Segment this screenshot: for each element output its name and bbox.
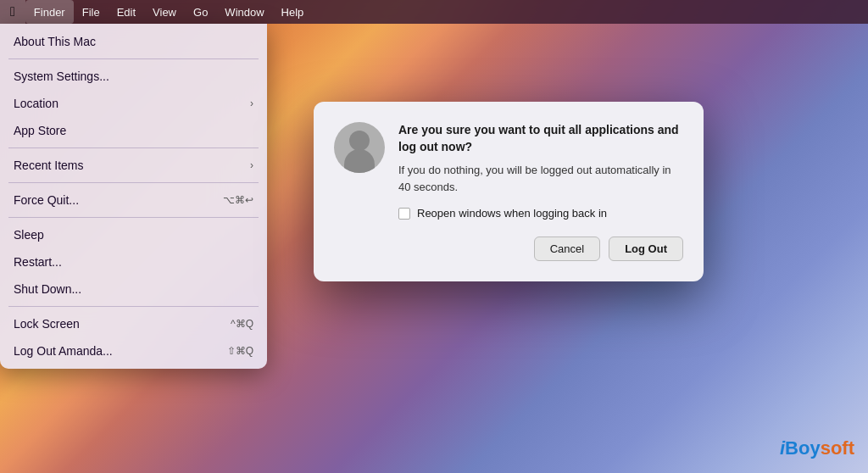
watermark-soft: soft	[821, 437, 854, 459]
dialog-text-area: Are you sure you want to quit all applic…	[398, 122, 683, 261]
menu-item-restart-label: Restart...	[14, 255, 62, 269]
menu-item-recent-items[interactable]: Recent Items ›	[0, 152, 267, 179]
dialog-title: Are you sure you want to quit all applic…	[398, 122, 683, 155]
log-out-shortcut: ⇧⌘Q	[227, 345, 253, 357]
menu-item-location-label: Location	[14, 97, 58, 110]
force-quit-shortcut: ⌥⌘↩	[223, 194, 253, 206]
menu-item-system-settings-label: System Settings...	[14, 70, 109, 83]
menubar-go[interactable]: Go	[185, 0, 216, 24]
avatar-head	[349, 131, 370, 151]
menubar-edit[interactable]: Edit	[108, 0, 144, 24]
menu-item-system-settings[interactable]: System Settings...	[0, 63, 267, 90]
apple-menu-dropdown: About This Mac System Settings... Locati…	[0, 24, 267, 369]
menubar-file[interactable]: File	[74, 0, 108, 24]
reopen-windows-label: Reopen windows when logging back in	[417, 207, 607, 220]
apple-logo-button[interactable]: 	[0, 0, 25, 24]
reopen-windows-row: Reopen windows when logging back in	[398, 207, 683, 220]
dialog-buttons: Cancel Log Out	[398, 236, 683, 261]
menu-item-sleep-label: Sleep	[14, 228, 44, 242]
dialog-body: If you do nothing, you will be logged ou…	[398, 162, 683, 195]
menubar-view[interactable]: View	[144, 0, 185, 24]
menubar:  Finder File Edit View Go Window Help	[0, 0, 868, 24]
menubar-window[interactable]: Window	[216, 0, 272, 24]
menu-item-log-out-label: Log Out Amanda...	[14, 344, 113, 358]
menubar-finder[interactable]: Finder	[25, 0, 74, 24]
menu-item-force-quit-label: Force Quit...	[14, 193, 79, 207]
watermark-boysoft: Boy	[785, 437, 821, 459]
menu-separator-1	[8, 58, 259, 59]
dialog-content: Are you sure you want to quit all applic…	[334, 122, 683, 261]
recent-items-chevron-icon: ›	[250, 159, 253, 171]
menu-item-location[interactable]: Location ›	[0, 90, 267, 117]
menu-item-shut-down[interactable]: Shut Down...	[0, 275, 267, 303]
menu-item-lock-screen[interactable]: Lock Screen ^⌘Q	[0, 310, 267, 337]
avatar-body	[344, 149, 375, 173]
menu-item-recent-items-label: Recent Items	[14, 159, 83, 172]
menu-item-lock-screen-label: Lock Screen	[14, 317, 80, 331]
menubar-help[interactable]: Help	[273, 0, 313, 24]
menu-item-log-out[interactable]: Log Out Amanda... ⇧⌘Q	[0, 337, 267, 364]
menu-separator-3	[8, 182, 259, 183]
menu-item-restart[interactable]: Restart...	[0, 248, 267, 275]
logout-button[interactable]: Log Out	[609, 236, 683, 261]
reopen-windows-checkbox[interactable]	[398, 208, 410, 220]
menu-item-app-store-label: App Store	[14, 124, 66, 137]
user-avatar	[334, 122, 385, 173]
lock-screen-shortcut: ^⌘Q	[231, 318, 253, 330]
menu-separator-5	[8, 306, 259, 307]
menu-item-app-store[interactable]: App Store	[0, 117, 267, 144]
iboysoft-watermark: iBoysoft	[780, 437, 854, 459]
menu-separator-2	[8, 147, 259, 148]
menu-item-about[interactable]: About This Mac	[0, 28, 267, 55]
menu-item-shut-down-label: Shut Down...	[14, 282, 81, 296]
menu-item-sleep[interactable]: Sleep	[0, 221, 267, 248]
menu-separator-4	[8, 217, 259, 218]
menu-item-force-quit[interactable]: Force Quit... ⌥⌘↩	[0, 186, 267, 214]
location-chevron-icon: ›	[250, 97, 253, 109]
cancel-button[interactable]: Cancel	[534, 236, 600, 261]
menu-item-about-label: About This Mac	[14, 35, 96, 48]
logout-dialog: Are you sure you want to quit all applic…	[314, 102, 704, 281]
